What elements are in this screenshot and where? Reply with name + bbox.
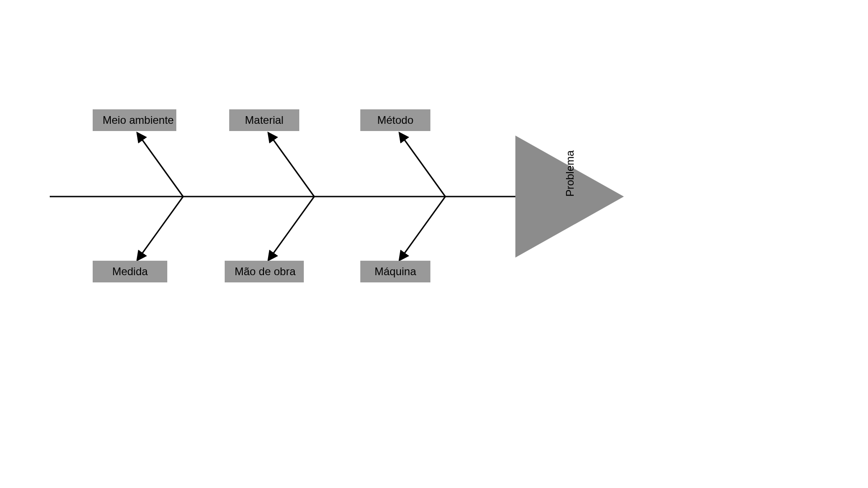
svg-line-5 (138, 197, 183, 259)
fish-head-label: Problema (564, 144, 576, 203)
category-box-metodo: Método (360, 109, 430, 131)
svg-line-4 (400, 134, 445, 197)
svg-line-6 (269, 197, 314, 259)
category-box-material: Material (229, 109, 299, 131)
diagram-lines (0, 0, 868, 488)
svg-line-2 (138, 134, 183, 197)
category-box-medida: Medida (93, 261, 167, 282)
svg-line-7 (400, 197, 445, 259)
category-box-meio-ambiente: Meio ambiente (93, 109, 176, 131)
svg-line-3 (269, 134, 314, 197)
category-box-maquina: Máquina (360, 261, 430, 282)
fishbone-diagram: Meio ambiente Material Método Medida Mão… (0, 0, 868, 488)
category-box-mao-de-obra: Mão de obra (225, 261, 304, 282)
